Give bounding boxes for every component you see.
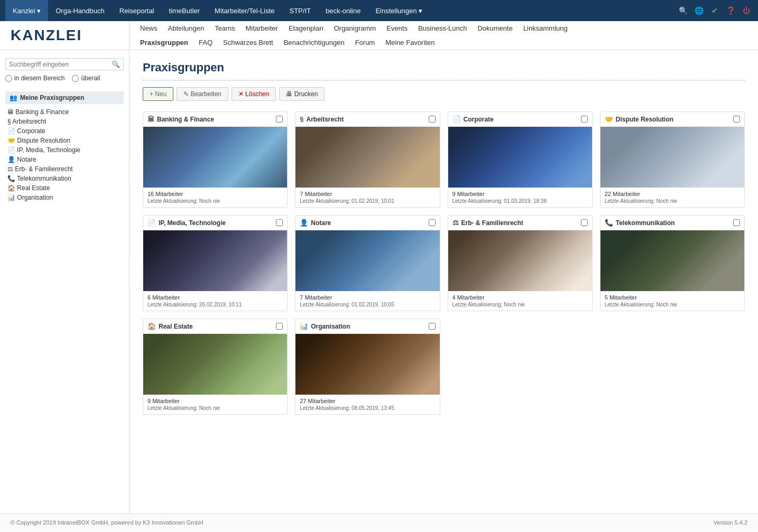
card-info-9: 27 Mitarbeiter Letzte Aktualisierung: 08… bbox=[295, 395, 439, 414]
nav-benachrichtigungen[interactable]: Benachrichtigungen bbox=[279, 38, 350, 48]
card-header-left-7: 📞 Telekommunikation bbox=[605, 219, 675, 227]
nav-abteilungen[interactable]: Abteilungen bbox=[163, 23, 210, 33]
radio-in-area[interactable]: in diesem Bereich bbox=[5, 74, 64, 82]
praxis-card-3[interactable]: 🤝 Dispute Resolution 22 Mitarbeiter Letz… bbox=[600, 111, 745, 208]
card-title-1: Arbeitsrecht bbox=[306, 116, 344, 123]
praxis-card-2[interactable]: 📄 Corporate 9 Mitarbeiter Letzte Aktuali… bbox=[448, 111, 593, 208]
card-image-3 bbox=[600, 127, 744, 188]
nav-mitarbeiter[interactable]: Mitarbeiter bbox=[240, 23, 283, 33]
edit-button[interactable]: ✎ Bearbeiten bbox=[177, 87, 228, 101]
sidebar-item-arbeitsrecht[interactable]: § Arbeitsrecht bbox=[7, 117, 122, 126]
card-update-2: Letzte Aktualisierung: 01.03.2019, 18:38 bbox=[452, 198, 588, 204]
praxis-card-5[interactable]: 👤 Notare 7 Mitarbeiter Letzte Aktualisie… bbox=[295, 215, 440, 311]
nav-etagenplan[interactable]: Etagenplan bbox=[283, 23, 329, 33]
praxis-card-8[interactable]: 🏠 Real Estate 9 Mitarbeiter Letzte Aktua… bbox=[143, 319, 288, 415]
top-nav-beck[interactable]: beck-online bbox=[318, 0, 368, 21]
card-image-9 bbox=[295, 334, 439, 395]
print-button[interactable]: 🖶 Drucken bbox=[279, 87, 325, 101]
card-checkbox-8[interactable] bbox=[276, 323, 283, 330]
card-checkbox-7[interactable] bbox=[733, 219, 740, 226]
card-header-6: ⚖ Erb- & Familienrecht bbox=[448, 216, 592, 230]
search-submit-icon[interactable]: 🔍 bbox=[112, 60, 120, 68]
new-button[interactable]: + Neu bbox=[143, 87, 173, 101]
sidebar-item-realestate[interactable]: 🏠 Real Estate bbox=[7, 183, 122, 193]
card-checkbox-4[interactable] bbox=[276, 219, 283, 226]
nav-dokumente[interactable]: Dokumente bbox=[472, 23, 517, 33]
card-checkbox-2[interactable] bbox=[581, 116, 588, 123]
top-nav-einstellungen[interactable]: Einstellungen ▾ bbox=[368, 0, 430, 21]
praxis-card-9[interactable]: 📊 Organisation 27 Mitarbeiter Letzte Akt… bbox=[295, 319, 440, 415]
top-nav-stp[interactable]: STP/IT bbox=[282, 0, 318, 21]
nav-news[interactable]: News bbox=[135, 23, 163, 33]
sidebar-item-ip[interactable]: 📄 IP, Media, Technologie bbox=[7, 145, 122, 155]
nav-linksammlung[interactable]: Linksammlung bbox=[518, 23, 573, 33]
sidebar-item-dispute[interactable]: 🤝 Dispute Resolution bbox=[7, 136, 122, 145]
sidebar-item-erb[interactable]: ⚖ Erb- & Familienrecht bbox=[7, 164, 122, 174]
card-title-6: Erb- & Familienrecht bbox=[461, 219, 523, 227]
nav-events[interactable]: Events bbox=[381, 23, 413, 33]
praxis-card-0[interactable]: 🏛 Banking & Finance 16 Mitarbeiter Letzt… bbox=[143, 111, 288, 208]
nav-forum[interactable]: Forum bbox=[350, 38, 381, 48]
search-icon[interactable]: 🔍 bbox=[677, 4, 689, 17]
delete-button[interactable]: ✕ Löschen bbox=[232, 87, 276, 101]
top-nav-timebutler[interactable]: timeButler bbox=[162, 0, 208, 21]
footer: © Copyright 2019 IntranetBOX GmbH, power… bbox=[0, 514, 758, 531]
card-image-0 bbox=[143, 127, 287, 188]
card-checkbox-3[interactable] bbox=[733, 116, 740, 123]
search-scope-group: in diesem Bereich überall bbox=[5, 74, 124, 82]
sidebar: 🔍 in diesem Bereich überall 👥 Meine Prax… bbox=[0, 50, 130, 514]
card-icon-7: 📞 bbox=[605, 219, 613, 227]
nav-teams[interactable]: Teams bbox=[209, 23, 240, 33]
card-checkbox-5[interactable] bbox=[429, 219, 436, 226]
card-icon-1: § bbox=[300, 115, 303, 123]
sidebar-item-organisation[interactable]: 📊 Organisation bbox=[7, 193, 122, 202]
globe-icon[interactable]: 🌐 bbox=[692, 4, 705, 17]
sidebar-item-corporate[interactable]: 📄 Corporate bbox=[7, 126, 122, 136]
card-header-left-8: 🏠 Real Estate bbox=[147, 322, 193, 330]
search-box[interactable]: 🔍 bbox=[5, 58, 124, 70]
card-icon-2: 📄 bbox=[452, 115, 461, 123]
praxis-card-1[interactable]: § Arbeitsrecht 7 Mitarbeiter Letzte Aktu… bbox=[295, 111, 440, 208]
card-checkbox-0[interactable] bbox=[276, 116, 283, 123]
card-checkbox-1[interactable] bbox=[429, 116, 436, 123]
top-nav-items: Kanzlei ▾ Orga-Handbuch Reiseportal time… bbox=[5, 0, 677, 21]
search-input[interactable] bbox=[9, 61, 112, 68]
sidebar-section-icon: 👥 bbox=[10, 94, 17, 101]
sidebar-item-notare[interactable]: 👤 Notare bbox=[7, 155, 122, 164]
nav-schwarzes-brett[interactable]: Schwarzes Brett bbox=[218, 38, 279, 48]
nav-organigramm[interactable]: Organigramm bbox=[329, 23, 381, 33]
nav-faq[interactable]: FAQ bbox=[193, 38, 218, 48]
card-update-6: Letzte Aktualisierung: Noch nie bbox=[452, 302, 588, 307]
radio-overall[interactable]: überall bbox=[72, 74, 100, 82]
card-header-9: 📊 Organisation bbox=[295, 319, 439, 334]
check-icon[interactable]: ✔ bbox=[708, 4, 721, 17]
card-image-2 bbox=[448, 127, 592, 188]
card-info-5: 7 Mitarbeiter Letzte Aktualisierung: 01.… bbox=[295, 291, 439, 311]
praxis-card-6[interactable]: ⚖ Erb- & Familienrecht 4 Mitarbeiter Let… bbox=[448, 215, 593, 311]
footer-copyright: © Copyright 2019 IntranetBOX GmbH, power… bbox=[11, 519, 204, 526]
help-icon[interactable]: ❓ bbox=[724, 4, 737, 17]
card-image-4 bbox=[143, 230, 287, 291]
card-checkbox-9[interactable] bbox=[429, 323, 436, 330]
nav-praxisgruppen[interactable]: Praxisgruppen bbox=[135, 38, 193, 48]
top-nav-orga-handbuch[interactable]: Orga-Handbuch bbox=[48, 0, 112, 21]
card-icon-6: ⚖ bbox=[452, 219, 459, 227]
card-header-8: 🏠 Real Estate bbox=[143, 319, 287, 334]
top-nav-mitarbeiter[interactable]: Mitarbeiter/Tel-Liste bbox=[207, 0, 282, 21]
praxis-card-4[interactable]: 📄 IP, Media, Technologie 6 Mitarbeiter L… bbox=[143, 215, 288, 311]
sidebar-item-banking[interactable]: 🏛 Banking & Finance bbox=[7, 107, 122, 117]
sidebar-item-telekom[interactable]: 📞 Telekommunikation bbox=[7, 174, 122, 183]
sidebar-section-title: 👥 Meine Praxisgruppen bbox=[5, 91, 124, 104]
praxis-grid: 🏛 Banking & Finance 16 Mitarbeiter Letzt… bbox=[143, 111, 745, 415]
card-checkbox-6[interactable] bbox=[581, 219, 588, 226]
card-title-0: Banking & Finance bbox=[157, 116, 214, 123]
nav-business-lunch[interactable]: Business-Lunch bbox=[413, 23, 473, 33]
power-icon[interactable]: ⏻ bbox=[740, 4, 753, 17]
card-update-1: Letzte Aktualisierung: 01.02.2019, 10:01 bbox=[300, 198, 435, 204]
top-nav-reiseportal[interactable]: Reiseportal bbox=[112, 0, 162, 21]
praxis-card-7[interactable]: 📞 Telekommunikation 5 Mitarbeiter Letzte… bbox=[600, 215, 745, 311]
sidebar-section-label: Meine Praxisgruppen bbox=[20, 94, 84, 101]
card-update-8: Letzte Aktualisierung: Noch nie bbox=[147, 405, 283, 411]
nav-meine-favoriten[interactable]: Meine Favoriten bbox=[380, 38, 440, 48]
top-nav-kanzlei[interactable]: Kanzlei ▾ bbox=[5, 0, 48, 21]
